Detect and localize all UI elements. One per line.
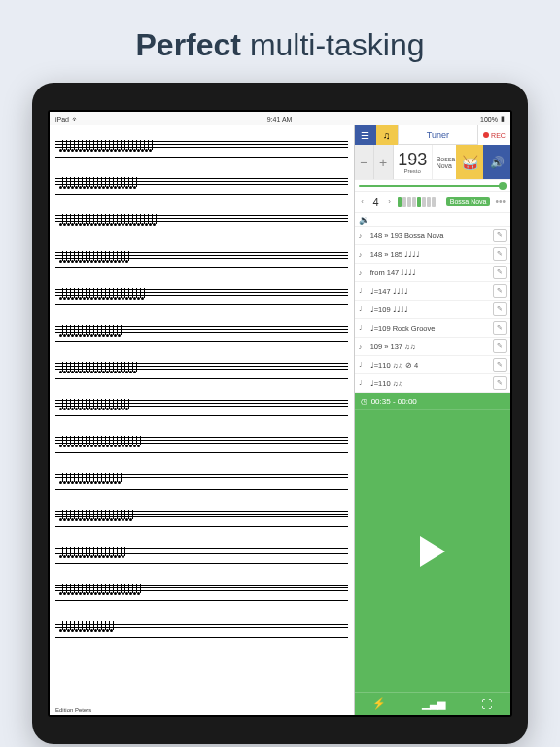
music-staff xyxy=(55,133,348,166)
tablet-bezel: iPad ᯤ 9:41 AM 100% ▮ Edition Peters xyxy=(48,110,512,717)
music-staff xyxy=(55,355,348,388)
clock-icon: ◷ xyxy=(361,397,368,406)
status-bar: iPad ᯤ 9:41 AM 100% ▮ xyxy=(50,112,510,125)
metronome-panel: ☰ ♫ Tuner REC − + 193 Presto Bossa Nova … xyxy=(355,125,510,715)
play-button[interactable] xyxy=(420,536,445,567)
wifi-icon: ᯤ xyxy=(72,116,79,123)
edit-button[interactable]: ✎ xyxy=(493,284,507,298)
fullscreen-icon[interactable]: ⛶ xyxy=(481,698,492,710)
tablet-screen: iPad ᯤ 9:41 AM 100% ▮ Edition Peters xyxy=(50,112,510,715)
edit-button[interactable]: ✎ xyxy=(493,358,507,372)
edit-button[interactable]: ✎ xyxy=(493,266,507,279)
tempo-icon: ♪ xyxy=(359,269,367,276)
bpm-value: 193 xyxy=(398,151,427,168)
music-staff xyxy=(55,318,348,351)
slider-thumb[interactable] xyxy=(499,182,507,190)
list-item[interactable]: ♩♩=109 Rock Groove✎ xyxy=(355,319,510,338)
music-staff xyxy=(55,392,348,425)
speaker-icon: 🔊 xyxy=(490,156,505,169)
music-staff xyxy=(55,503,348,536)
list-item[interactable]: ♩♩=109 ♩♩♩♩✎ xyxy=(355,301,510,319)
beat-next-button[interactable]: › xyxy=(385,197,395,206)
style-label: Bossa Nova xyxy=(433,145,456,179)
beat-config-row: ‹ 4 › Bossa Nova ••• xyxy=(355,192,510,213)
tempo-icon: ♪ xyxy=(359,251,367,258)
headline-rest: multi-tasking xyxy=(241,27,425,62)
device-label: iPad xyxy=(55,116,69,123)
play-area xyxy=(355,410,510,692)
edit-button[interactable]: ✎ xyxy=(493,376,507,390)
headline-bold: Perfect xyxy=(136,27,242,62)
tempo-row: − + 193 Presto Bossa Nova 🥁 🔊 xyxy=(355,145,510,180)
edit-button[interactable]: ✎ xyxy=(493,247,507,261)
list-item[interactable]: ♩♩=147 ♩♩♩♩✎ xyxy=(355,282,510,301)
list-item[interactable]: ♪109 » 137 ♫♫✎ xyxy=(355,338,510,356)
tuner-label: Tuner xyxy=(427,130,449,140)
tempo-icon: ♩ xyxy=(359,287,367,295)
tempo-icon: ♪ xyxy=(359,343,367,350)
list-item[interactable]: ♪from 147 ♩♩♩♩✎ xyxy=(355,264,510,282)
tempo-icon: ♪ xyxy=(359,232,367,239)
music-staff xyxy=(55,577,348,610)
music-staff xyxy=(55,207,348,240)
tempo-minus-button[interactable]: − xyxy=(355,145,374,179)
hamburger-icon: ☰ xyxy=(361,130,369,141)
tablet-frame: iPad ᯤ 9:41 AM 100% ▮ Edition Peters xyxy=(32,83,528,744)
tuner-tab[interactable]: Tuner xyxy=(398,125,477,145)
headline: Perfect multi-tasking xyxy=(0,0,560,83)
tempo-plus-button[interactable]: + xyxy=(374,145,394,179)
menu-button[interactable]: ☰ xyxy=(355,125,376,145)
music-staff xyxy=(55,466,348,499)
sound-button[interactable]: 🔊 xyxy=(483,145,510,179)
sheet-music-pane[interactable]: Edition Peters xyxy=(50,125,355,715)
note-icon: ♫ xyxy=(383,130,391,141)
edit-button[interactable]: ✎ xyxy=(493,302,507,316)
record-icon xyxy=(483,132,489,138)
tempo-icon: ♩ xyxy=(359,361,367,369)
levels-icon[interactable]: ▁▃▅ xyxy=(422,697,445,710)
drum-sound-button[interactable]: 🥁 xyxy=(456,145,483,179)
drum-icon: 🥁 xyxy=(462,155,478,170)
app-logo-button[interactable]: ♫ xyxy=(376,125,398,145)
music-staff xyxy=(55,244,348,277)
split-view: Edition Peters ☰ ♫ Tuner REC − + 193 Pre… xyxy=(50,125,510,715)
music-staff xyxy=(55,429,348,462)
tempo-slider[interactable] xyxy=(355,180,510,192)
edit-button[interactable]: ✎ xyxy=(493,321,507,335)
music-staff xyxy=(55,614,348,647)
music-staff xyxy=(55,540,348,573)
music-staff xyxy=(55,281,348,314)
panel-topbar: ☰ ♫ Tuner REC xyxy=(355,125,510,145)
volume-row[interactable]: 🔉 xyxy=(355,213,510,227)
beat-pattern[interactable] xyxy=(398,197,436,207)
tempo-marking: Presto xyxy=(403,168,420,174)
rec-label: REC xyxy=(491,132,506,139)
battery-icon: ▮ xyxy=(501,115,505,123)
player-bottom-bar: ⚡ ▁▃▅ ⛶ xyxy=(355,692,510,715)
list-item[interactable]: ♪148 » 185 ♩♩♩♩✎ xyxy=(355,245,510,264)
time-text: 00:35 - 00:00 xyxy=(371,397,417,406)
list-item[interactable]: ♩♩=110 ♫♫ ⊘ 4✎ xyxy=(355,356,510,374)
player-area: ◷ 00:35 - 00:00 ⚡ ▁▃▅ ⛶ xyxy=(355,393,510,715)
beat-prev-button[interactable]: ‹ xyxy=(358,197,368,206)
tempo-icon: ♩ xyxy=(359,379,367,387)
battery-label: 100% xyxy=(480,116,498,123)
volume-icon: 🔉 xyxy=(359,215,369,225)
status-time: 9:41 AM xyxy=(267,116,293,123)
list-item[interactable]: ♩♩=110 ♫♫✎ xyxy=(355,374,510,393)
beat-count[interactable]: 4 xyxy=(370,196,382,208)
edition-label: Edition Peters xyxy=(55,707,91,713)
tempo-icon: ♩ xyxy=(359,324,367,332)
edit-button[interactable]: ✎ xyxy=(493,229,507,242)
preset-list: ♪148 » 193 Bossa Nova✎ ♪148 » 185 ♩♩♩♩✎ … xyxy=(355,227,510,393)
music-staff xyxy=(55,170,348,203)
more-button[interactable]: ••• xyxy=(493,196,508,207)
edit-button[interactable]: ✎ xyxy=(493,339,507,353)
record-button[interactable]: REC xyxy=(477,125,510,145)
time-display-row: ◷ 00:35 - 00:00 xyxy=(355,393,510,410)
style-tag[interactable]: Bossa Nova xyxy=(446,197,491,206)
tempo-icon: ♩ xyxy=(359,305,367,313)
list-item[interactable]: ♪148 » 193 Bossa Nova✎ xyxy=(355,227,510,245)
flashlight-icon[interactable]: ⚡ xyxy=(372,697,386,710)
bpm-display[interactable]: 193 Presto xyxy=(394,145,433,179)
